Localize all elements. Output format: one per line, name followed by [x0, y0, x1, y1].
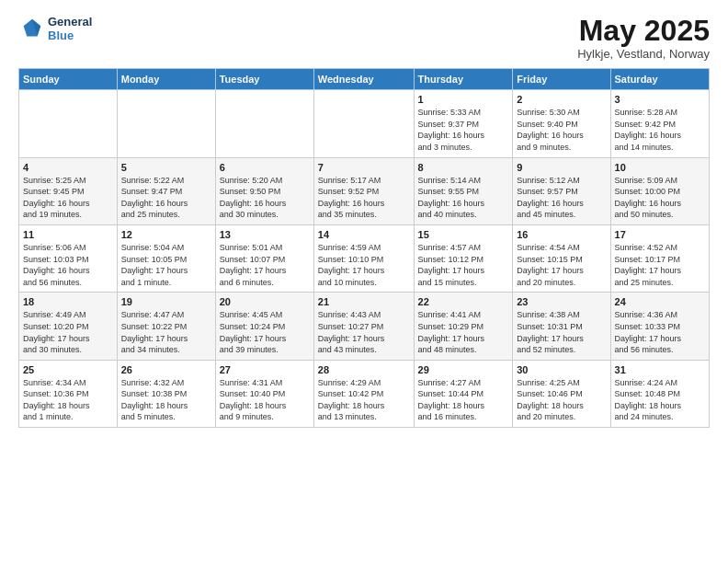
cell-date-number: 31	[615, 364, 705, 375]
calendar-cell: 26Sunrise: 4:32 AM Sunset: 10:38 PM Dayl…	[117, 360, 215, 427]
cell-info: Sunrise: 4:34 AM Sunset: 10:36 PM Daylig…	[23, 377, 113, 423]
calendar-week-3: 11Sunrise: 5:06 AM Sunset: 10:03 PM Dayl…	[19, 224, 710, 292]
cell-info: Sunrise: 4:54 AM Sunset: 10:15 PM Daylig…	[517, 242, 606, 288]
cell-info: Sunrise: 4:59 AM Sunset: 10:10 PM Daylig…	[318, 242, 410, 288]
calendar-cell: 22Sunrise: 4:41 AM Sunset: 10:29 PM Dayl…	[414, 293, 513, 360]
cell-date-number: 24	[615, 296, 705, 307]
cell-info: Sunrise: 4:29 AM Sunset: 10:42 PM Daylig…	[318, 377, 410, 423]
calendar-cell: 12Sunrise: 5:04 AM Sunset: 10:05 PM Dayl…	[117, 224, 215, 292]
calendar-cell: 18Sunrise: 4:49 AM Sunset: 10:20 PM Dayl…	[19, 293, 118, 360]
cell-date-number: 20	[220, 296, 310, 307]
cell-info: Sunrise: 4:41 AM Sunset: 10:29 PM Daylig…	[418, 309, 509, 355]
calendar-cell	[313, 90, 414, 157]
calendar-cell: 21Sunrise: 4:43 AM Sunset: 10:27 PM Dayl…	[313, 293, 414, 360]
calendar-cell	[215, 90, 313, 157]
month-title: May 2025	[577, 15, 710, 47]
calendar-cell: 24Sunrise: 4:36 AM Sunset: 10:33 PM Dayl…	[610, 293, 709, 360]
calendar-cell: 29Sunrise: 4:27 AM Sunset: 10:44 PM Dayl…	[414, 360, 513, 427]
cell-date-number: 3	[615, 94, 705, 105]
cell-date-number: 9	[517, 162, 606, 173]
cell-info: Sunrise: 5:01 AM Sunset: 10:07 PM Daylig…	[220, 242, 310, 288]
cell-info: Sunrise: 4:52 AM Sunset: 10:17 PM Daylig…	[615, 242, 705, 288]
cell-date-number: 26	[121, 364, 211, 375]
calendar-cell	[19, 90, 118, 157]
calendar-cell: 14Sunrise: 4:59 AM Sunset: 10:10 PM Dayl…	[313, 224, 414, 292]
cell-date-number: 12	[121, 229, 211, 240]
calendar-cell: 3Sunrise: 5:28 AM Sunset: 9:42 PM Daylig…	[610, 90, 709, 157]
calendar-cell: 17Sunrise: 4:52 AM Sunset: 10:17 PM Dayl…	[610, 224, 709, 292]
calendar-cell: 10Sunrise: 5:09 AM Sunset: 10:00 PM Dayl…	[610, 157, 709, 224]
cell-info: Sunrise: 4:32 AM Sunset: 10:38 PM Daylig…	[121, 377, 211, 423]
cell-info: Sunrise: 5:17 AM Sunset: 9:52 PM Dayligh…	[318, 175, 410, 221]
cell-date-number: 10	[615, 162, 705, 173]
calendar-cell: 15Sunrise: 4:57 AM Sunset: 10:12 PM Dayl…	[414, 224, 513, 292]
page: General Blue May 2025 Hylkje, Vestland, …	[0, 0, 728, 563]
cell-info: Sunrise: 5:22 AM Sunset: 9:47 PM Dayligh…	[121, 175, 211, 221]
cell-date-number: 6	[220, 162, 310, 173]
cell-info: Sunrise: 5:20 AM Sunset: 9:50 PM Dayligh…	[220, 175, 310, 221]
cell-date-number: 4	[23, 162, 113, 173]
calendar-cell	[117, 90, 215, 157]
calendar-cell: 20Sunrise: 4:45 AM Sunset: 10:24 PM Dayl…	[215, 293, 313, 360]
cell-info: Sunrise: 4:36 AM Sunset: 10:33 PM Daylig…	[615, 309, 705, 355]
cell-date-number: 29	[418, 364, 509, 375]
cell-date-number: 21	[318, 296, 410, 307]
cell-date-number: 27	[220, 364, 310, 375]
day-header-tuesday: Tuesday	[215, 69, 313, 90]
day-header-monday: Monday	[117, 69, 215, 90]
logo: General Blue	[18, 15, 92, 42]
cell-info: Sunrise: 5:06 AM Sunset: 10:03 PM Daylig…	[23, 242, 113, 288]
cell-date-number: 17	[615, 229, 705, 240]
cell-date-number: 15	[418, 229, 509, 240]
cell-date-number: 23	[517, 296, 606, 307]
calendar-cell: 8Sunrise: 5:14 AM Sunset: 9:55 PM Daylig…	[414, 157, 513, 224]
calendar-week-2: 4Sunrise: 5:25 AM Sunset: 9:45 PM Daylig…	[19, 157, 710, 224]
calendar-table: SundayMondayTuesdayWednesdayThursdayFrid…	[18, 68, 710, 428]
calendar-cell: 16Sunrise: 4:54 AM Sunset: 10:15 PM Dayl…	[513, 224, 610, 292]
day-header-wednesday: Wednesday	[313, 69, 414, 90]
calendar-cell: 11Sunrise: 5:06 AM Sunset: 10:03 PM Dayl…	[19, 224, 118, 292]
cell-date-number: 2	[517, 94, 606, 105]
calendar-week-1: 1Sunrise: 5:33 AM Sunset: 9:37 PM Daylig…	[19, 90, 710, 157]
cell-info: Sunrise: 5:25 AM Sunset: 9:45 PM Dayligh…	[23, 175, 113, 221]
header: General Blue May 2025 Hylkje, Vestland, …	[18, 15, 710, 61]
cell-date-number: 25	[23, 364, 113, 375]
calendar-week-5: 25Sunrise: 4:34 AM Sunset: 10:36 PM Dayl…	[19, 360, 710, 427]
day-header-friday: Friday	[513, 69, 610, 90]
day-header-thursday: Thursday	[414, 69, 513, 90]
cell-date-number: 1	[418, 94, 509, 105]
calendar-cell: 5Sunrise: 5:22 AM Sunset: 9:47 PM Daylig…	[117, 157, 215, 224]
calendar-cell: 6Sunrise: 5:20 AM Sunset: 9:50 PM Daylig…	[215, 157, 313, 224]
cell-info: Sunrise: 5:30 AM Sunset: 9:40 PM Dayligh…	[517, 107, 606, 153]
calendar-cell: 1Sunrise: 5:33 AM Sunset: 9:37 PM Daylig…	[414, 90, 513, 157]
cell-info: Sunrise: 4:31 AM Sunset: 10:40 PM Daylig…	[220, 377, 310, 423]
calendar-cell: 7Sunrise: 5:17 AM Sunset: 9:52 PM Daylig…	[313, 157, 414, 224]
cell-info: Sunrise: 4:38 AM Sunset: 10:31 PM Daylig…	[517, 309, 606, 355]
calendar-cell: 9Sunrise: 5:12 AM Sunset: 9:57 PM Daylig…	[513, 157, 610, 224]
calendar-cell: 30Sunrise: 4:25 AM Sunset: 10:46 PM Dayl…	[513, 360, 610, 427]
calendar-cell: 2Sunrise: 5:30 AM Sunset: 9:40 PM Daylig…	[513, 90, 610, 157]
cell-info: Sunrise: 5:12 AM Sunset: 9:57 PM Dayligh…	[517, 175, 606, 221]
calendar-cell: 25Sunrise: 4:34 AM Sunset: 10:36 PM Dayl…	[19, 360, 118, 427]
cell-date-number: 14	[318, 229, 410, 240]
cell-info: Sunrise: 4:57 AM Sunset: 10:12 PM Daylig…	[418, 242, 509, 288]
calendar-cell: 27Sunrise: 4:31 AM Sunset: 10:40 PM Dayl…	[215, 360, 313, 427]
cell-date-number: 8	[418, 162, 509, 173]
cell-date-number: 22	[418, 296, 509, 307]
location-subtitle: Hylkje, Vestland, Norway	[577, 47, 710, 61]
cell-info: Sunrise: 5:28 AM Sunset: 9:42 PM Dayligh…	[615, 107, 705, 153]
cell-date-number: 18	[23, 296, 113, 307]
header-row: SundayMondayTuesdayWednesdayThursdayFrid…	[19, 69, 710, 90]
logo-text: General Blue	[48, 15, 92, 42]
cell-info: Sunrise: 5:04 AM Sunset: 10:05 PM Daylig…	[121, 242, 211, 288]
cell-info: Sunrise: 4:49 AM Sunset: 10:20 PM Daylig…	[23, 309, 113, 355]
cell-date-number: 5	[121, 162, 211, 173]
cell-info: Sunrise: 4:45 AM Sunset: 10:24 PM Daylig…	[220, 309, 310, 355]
calendar-cell: 23Sunrise: 4:38 AM Sunset: 10:31 PM Dayl…	[513, 293, 610, 360]
calendar-cell: 4Sunrise: 5:25 AM Sunset: 9:45 PM Daylig…	[19, 157, 118, 224]
title-block: May 2025 Hylkje, Vestland, Norway	[577, 15, 710, 61]
cell-info: Sunrise: 5:09 AM Sunset: 10:00 PM Daylig…	[615, 175, 705, 221]
day-header-saturday: Saturday	[610, 69, 709, 90]
day-header-sunday: Sunday	[19, 69, 118, 90]
cell-date-number: 11	[23, 229, 113, 240]
